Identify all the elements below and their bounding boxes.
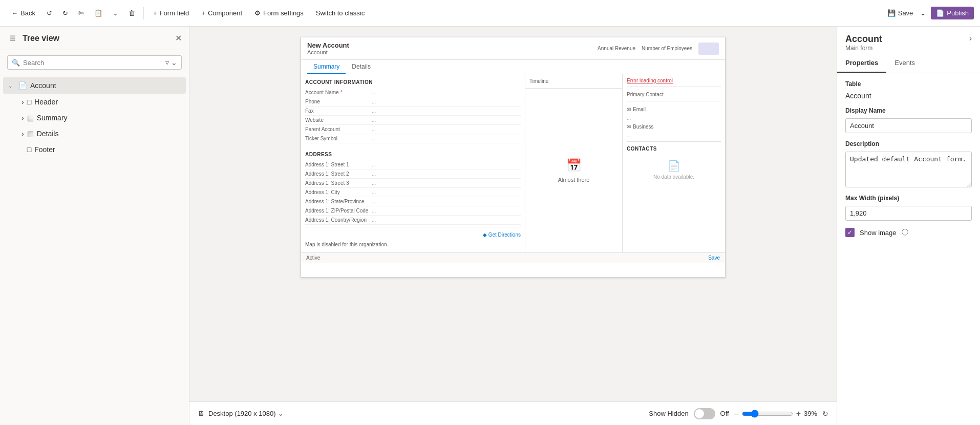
right-panel: Account Main form › Properties Events Ta… [837, 27, 980, 425]
delete-button[interactable]: 🗑 [124, 7, 139, 19]
form-left-column: ACCOUNT INFORMATION Account Name * ... P… [301, 74, 525, 252]
tree-item-footer-label: Footer [34, 145, 55, 154]
error-loading-link[interactable]: Error loading control [627, 78, 673, 83]
filter-icons: ▿ ⌄ [165, 58, 177, 67]
field-fax: Fax ... [305, 107, 521, 116]
tab-events[interactable]: Events [886, 54, 923, 73]
back-label: Back [20, 9, 35, 17]
right-tabs: Properties Events [837, 54, 980, 73]
tab-summary[interactable]: Summary [307, 60, 346, 74]
center-panel: New Account Account Annual Revenue Numbe… [189, 27, 837, 425]
get-directions-link[interactable]: ◆ Get Directions [483, 232, 521, 238]
left-panel: ☰ Tree view ✕ 🔍 ▿ ⌄ ⌄ 📄 Account › □ [0, 27, 189, 425]
dropdown-button[interactable]: ⌄ [109, 7, 122, 19]
save-button[interactable]: 💾 Save [883, 7, 918, 19]
copy-button[interactable]: 📋 [90, 7, 106, 19]
publish-label: Publish [947, 9, 969, 17]
component-label: Component [208, 9, 242, 17]
save-dropdown: 💾 Save ⌄ [883, 7, 929, 19]
back-icon: ← [11, 9, 18, 17]
form-status: Active [306, 255, 320, 261]
description-textarea[interactable]: Updated default Account form. [845, 152, 972, 187]
field-parent-account: Parent Account ... [305, 125, 521, 134]
panel-header: ☰ Tree view ✕ [0, 27, 189, 50]
reset-zoom-button[interactable]: ↻ [822, 410, 828, 418]
tab-details[interactable]: Details [346, 60, 377, 74]
zoom-slider[interactable] [742, 410, 793, 418]
component-button[interactable]: + Component [196, 7, 247, 19]
filter-button[interactable]: ▿ [165, 58, 169, 67]
panel-title: Tree view [23, 34, 59, 43]
save-chevron-button[interactable]: ⌄ [917, 7, 929, 19]
checkmark-icon: ✓ [847, 229, 853, 236]
header-icon: □ [27, 98, 31, 106]
almost-there-section: 📅 Almost there [525, 89, 622, 252]
field-ticker: Ticker Symbol ... [305, 134, 521, 143]
field-country: Address 1: Country/Region ... [305, 216, 521, 225]
max-width-section: Max Width (pixels) [845, 195, 972, 221]
field-street1: Address 1: Street 1 ... [305, 160, 521, 169]
field-state: Address 1: State/Province ... [305, 197, 521, 206]
desktop-label: Desktop (1920 x 1080) [208, 410, 276, 417]
right-panel-title: Account [845, 34, 882, 45]
chevron-right-icon: › [22, 98, 24, 106]
switch-classic-label: Switch to classic [316, 9, 365, 17]
annual-revenue-label: Annual Revenue [598, 46, 635, 51]
summary-icon: ▦ [27, 114, 34, 122]
bottom-bar: 🖥 Desktop (1920 x 1080) ⌄ Show Hidden Of… [189, 401, 837, 425]
error-loading-row: Error loading control [627, 77, 721, 83]
show-image-checkbox[interactable]: ✓ [845, 228, 855, 237]
panel-close-button[interactable]: ✕ [175, 33, 182, 43]
hamburger-button[interactable]: ☰ [7, 33, 18, 44]
display-name-input[interactable] [845, 118, 972, 133]
field-street2: Address 1: Street 2 ... [305, 169, 521, 179]
filter-chevron-button[interactable]: ⌄ [171, 58, 177, 67]
details-icon: ▦ [27, 130, 34, 138]
switch-classic-button[interactable]: Switch to classic [311, 7, 370, 19]
business-icon: ✉ [627, 124, 631, 130]
map-disabled-text: Map is disabled for this organization. [305, 240, 521, 249]
tree-item-details[interactable]: › ▦ Details [3, 126, 186, 141]
right-panel-chevron-button[interactable]: › [969, 34, 972, 43]
settings-icon: ⚙ [254, 9, 261, 17]
plus-icon-2: + [201, 9, 205, 17]
show-hidden-toggle[interactable] [694, 408, 715, 419]
account-info-title: ACCOUNT INFORMATION [305, 79, 521, 85]
plus-icon-1: + [153, 9, 157, 17]
address-section: ADDRESS Address 1: Street 1 ... Address … [301, 146, 525, 252]
tree-item-summary[interactable]: › ▦ Summary [3, 110, 186, 125]
employees-label: Number of Employees [642, 46, 692, 51]
zoom-percentage: 39% [804, 410, 817, 417]
field-city: Address 1: City ... [305, 188, 521, 197]
toggle-track[interactable] [694, 408, 715, 419]
table-label: Table [845, 80, 972, 88]
tree-item-header[interactable]: › □ Header [3, 94, 186, 110]
info-icon[interactable]: ⓘ [902, 228, 908, 237]
tree-item-account-label: Account [30, 81, 179, 90]
back-button[interactable]: ← Back [6, 7, 40, 19]
form-settings-button[interactable]: ⚙ Form settings [249, 7, 309, 19]
cut-button[interactable]: ✄ [74, 7, 88, 19]
desktop-dropdown[interactable]: Desktop (1920 x 1080) ⌄ [208, 410, 284, 417]
bottom-left: 🖥 Desktop (1920 x 1080) ⌄ [198, 410, 284, 417]
form-preview: New Account Account Annual Revenue Numbe… [301, 37, 726, 278]
max-width-input[interactable] [845, 206, 972, 221]
account-icon: 📄 [18, 81, 27, 90]
right-panel-content: Table Account Display Name Description U… [837, 73, 980, 244]
field-account-name: Account Name * ... [305, 88, 521, 97]
form-field-button[interactable]: + Form field [148, 7, 194, 19]
tree-item-account[interactable]: ⌄ 📄 Account [3, 77, 186, 94]
tab-properties[interactable]: Properties [837, 54, 886, 73]
redo-button[interactable]: ↻ [58, 7, 72, 19]
undo-button[interactable]: ↺ [42, 7, 56, 19]
zoom-plus-button[interactable]: + [796, 409, 801, 418]
form-save-btn[interactable]: Save [708, 255, 720, 261]
zoom-minus-button[interactable]: – [734, 409, 739, 418]
publish-button[interactable]: 📄 Publish [931, 7, 974, 19]
tree-item-details-label: Details [37, 130, 59, 138]
field-street3: Address 1: Street 3 ... [305, 179, 521, 188]
off-label: Off [720, 410, 729, 417]
search-input[interactable] [23, 59, 162, 67]
tree-item-footer[interactable]: › □ Footer [3, 142, 186, 157]
calendar-icon: 📅 [566, 158, 582, 173]
